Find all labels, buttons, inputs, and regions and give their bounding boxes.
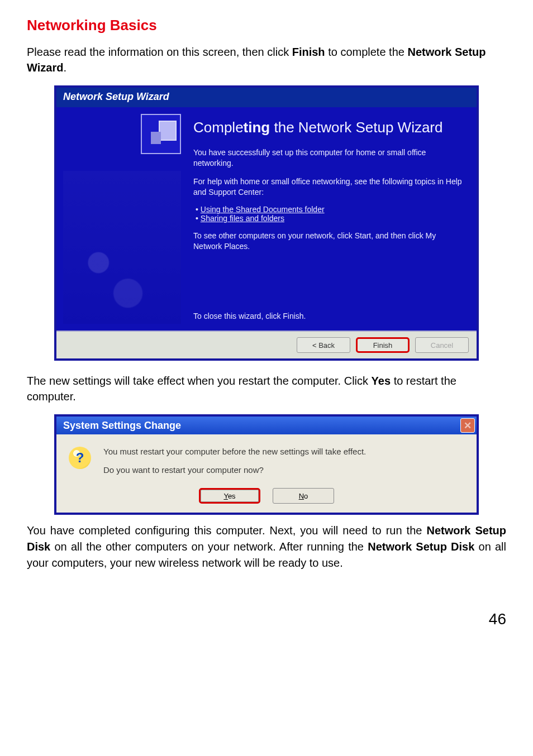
- close-b2: Network Setup Disk: [368, 540, 474, 553]
- wizard-main-title: Completing the Network Setup Wizard: [193, 119, 464, 136]
- question-icon: ?: [69, 447, 91, 469]
- wizard-para-2: For help with home or small office netwo…: [193, 176, 464, 198]
- page-number: 46: [27, 610, 506, 628]
- mid-plain-1: The new settings will take effect when y…: [27, 375, 372, 387]
- intro-plain-1: Please read the information on this scre…: [27, 46, 292, 58]
- intro-plain-2: to complete the: [325, 46, 408, 58]
- wizard-titlebar: Network Setup Wizard: [56, 88, 477, 107]
- section-heading: Networking Basics: [27, 17, 506, 34]
- wizard-button-row: < Back Finish Cancel: [56, 331, 477, 358]
- cancel-button: Cancel: [415, 337, 469, 353]
- intro-period: .: [63, 61, 66, 74]
- mid-instruction: The new settings will take effect when y…: [27, 373, 506, 404]
- back-button[interactable]: < Back: [297, 337, 350, 353]
- close-c: on all the other computers on your netwo…: [50, 540, 368, 553]
- dialog-title-text: System Settings Change: [63, 420, 181, 432]
- dialog-line-2: Do you want to restart your computer now…: [103, 464, 366, 476]
- wiz-title-a: Comple: [193, 119, 244, 136]
- no-button[interactable]: No: [273, 488, 334, 504]
- wizard-network-icon: [141, 114, 181, 154]
- wiz-title-c: the Network Setup Wizard: [270, 119, 442, 136]
- close-icon[interactable]: ✕: [460, 418, 475, 433]
- yes-button[interactable]: Yes: [199, 488, 260, 504]
- wizard-link-list: • Using the Shared Documents folder • Sh…: [193, 205, 464, 223]
- mid-bold-yes: Yes: [372, 375, 391, 387]
- dialog-button-row: Yes No: [69, 488, 464, 504]
- wiz-title-b: ting: [244, 119, 270, 136]
- wizard-para-1: You have successfully set up this comput…: [193, 147, 464, 169]
- wizard-close-text: To close this wizard, click Finish.: [193, 312, 464, 320]
- yes-underline: Y: [223, 492, 227, 500]
- intro-bold-finish: Finish: [292, 46, 325, 58]
- wizard-illustration: [63, 171, 181, 324]
- wizard-link-sharing-files[interactable]: Sharing files and folders: [201, 214, 284, 223]
- wizard-para-3: To see other computers on your network, …: [193, 231, 464, 252]
- dialog-line-1: You must restart your computer before th…: [103, 446, 366, 457]
- intro-text: Please read the information on this scre…: [27, 44, 506, 75]
- no-underline: N: [299, 492, 304, 500]
- wizard-window: Network Setup Wizard Completing the Netw…: [54, 85, 479, 361]
- dialog-titlebar: System Settings Change ✕: [56, 417, 477, 434]
- closing-paragraph: You have completed configuring this comp…: [27, 523, 506, 571]
- finish-button[interactable]: Finish: [356, 337, 410, 353]
- system-settings-dialog: System Settings Change ✕ ? You must rest…: [54, 414, 479, 515]
- no-rest: o: [304, 492, 308, 500]
- dialog-message: You must restart your computer before th…: [103, 446, 366, 476]
- wizard-left-panel: [56, 107, 188, 331]
- close-a: You have completed configuring this comp…: [27, 524, 426, 537]
- yes-rest: es: [228, 492, 236, 500]
- wizard-link-shared-docs[interactable]: Using the Shared Documents folder: [201, 205, 325, 214]
